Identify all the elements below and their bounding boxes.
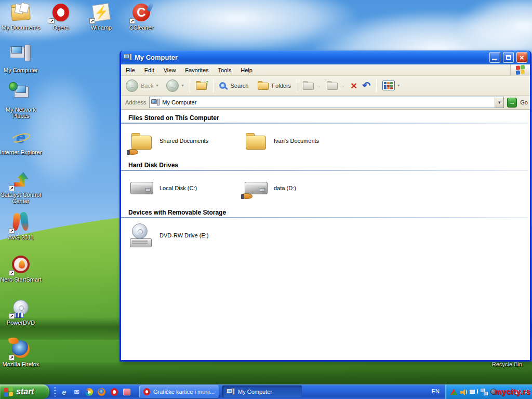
- quick-launch-app[interactable]: [122, 388, 131, 396]
- shortcut-arrow-icon: ↗: [89, 18, 95, 24]
- forward-arrow-icon: →: [166, 79, 179, 92]
- my-computer-icon: [151, 99, 159, 107]
- address-label: Address: [125, 99, 146, 105]
- desktop-icon-label: Winamp: [91, 24, 112, 31]
- folder-content-view: Files Stored on This Computer Shared Doc…: [121, 110, 530, 360]
- my-computer-icon: [227, 388, 235, 396]
- maximize-button[interactable]: [503, 52, 514, 63]
- desktop-icon-label: PowerDVD: [7, 320, 35, 326]
- taskbar-task-opera[interactable]: Grafičke kartice i moni...: [139, 385, 219, 398]
- item-local-disk-c[interactable]: Local Disk (C:): [121, 176, 235, 200]
- quick-launch: e ✉: [54, 384, 131, 399]
- item-data-d[interactable]: data (D:): [235, 176, 350, 200]
- taskbar-task-my-computer[interactable]: My Computer: [222, 385, 302, 398]
- views-button[interactable]: ▾: [381, 79, 401, 91]
- undo-button[interactable]: ↶: [361, 79, 372, 91]
- section-hard-disks: Hard Disk Drives Local Disk (C:) data (D…: [121, 162, 530, 206]
- winamp-icon: ⚡ ↗: [90, 2, 112, 23]
- back-button[interactable]: ← Back ▾: [124, 78, 159, 93]
- desktop-icon-nero-startsmart[interactable]: ↗ Nero StartSmart: [0, 254, 45, 283]
- shared-folder-icon: [130, 129, 154, 153]
- quick-launch-firefox[interactable]: [97, 388, 106, 396]
- desktop-icon-recycle-bin[interactable]: Recycle Bin: [483, 361, 531, 367]
- undo-icon: ↶: [362, 81, 370, 90]
- desktop-icon-internet-explorer[interactable]: e Internet Explorer: [0, 127, 45, 155]
- desktop-icon-my-computer[interactable]: My Computer: [0, 45, 45, 73]
- minimize-button[interactable]: [489, 52, 500, 63]
- desktop-icon-avg-2011[interactable]: ↗ AVG 2011: [0, 212, 45, 241]
- shortcut-arrow-icon: ↗: [129, 18, 135, 24]
- toolbar-separator: [190, 79, 190, 92]
- back-arrow-icon: ←: [126, 79, 138, 92]
- shortcut-arrow-icon: ↗: [9, 270, 15, 276]
- desktop: My Documents ↗ Opera ⚡ ↗ Winamp C ↗ CCle…: [0, 0, 532, 399]
- dvd-drive-icon: [130, 223, 154, 247]
- menu-favorites[interactable]: Favorites: [180, 65, 213, 75]
- desktop-icon-label: CCleaner: [129, 24, 153, 31]
- desktop-icon-label: Catalyst Control Center: [0, 192, 44, 204]
- section-header: Devices with Removable Storage: [128, 209, 530, 216]
- copy-to-button[interactable]: →: [325, 80, 347, 91]
- move-to-button[interactable]: →: [301, 80, 323, 91]
- search-button[interactable]: Search: [218, 81, 250, 90]
- folders-button[interactable]: Folders: [256, 80, 292, 91]
- views-dropdown-icon: ▾: [397, 83, 400, 88]
- item-ivans-documents[interactable]: Ivan's Documents: [235, 129, 350, 153]
- start-button[interactable]: start: [0, 384, 49, 399]
- quick-launch-ie[interactable]: e: [60, 388, 69, 396]
- item-shared-documents[interactable]: Shared Documents: [121, 129, 235, 153]
- go-label: Go: [520, 99, 528, 105]
- language-indicator[interactable]: EN: [432, 388, 440, 394]
- shortcut-arrow-icon: ↗: [49, 18, 55, 24]
- desktop-icon-label: My Documents: [2, 24, 39, 31]
- address-dropdown-button[interactable]: ▾: [495, 97, 503, 108]
- copy-to-icon: [327, 81, 338, 90]
- address-value: My Computer: [162, 99, 492, 105]
- quick-launch-media-player[interactable]: [85, 388, 94, 396]
- delete-button[interactable]: ×: [349, 79, 358, 92]
- go-button[interactable]: →: [507, 98, 517, 108]
- quick-launch-mail[interactable]: ✉: [72, 388, 81, 396]
- shortcut-arrow-icon: ↗: [9, 185, 15, 191]
- menu-view[interactable]: View: [159, 65, 181, 75]
- forward-dropdown-icon: ▾: [181, 83, 183, 88]
- section-removable-storage: Devices with Removable Storage DVD-RW Dr…: [121, 209, 530, 254]
- desktop-icon-powerdvd[interactable]: ↗ PowerDVD: [0, 297, 45, 326]
- section-header: Hard Disk Drives: [128, 162, 530, 169]
- up-button[interactable]: ↑: [194, 80, 209, 91]
- menu-tools[interactable]: Tools: [214, 65, 236, 75]
- desktop-icon-my-network-places[interactable]: My Network Places: [0, 84, 45, 119]
- menu-help[interactable]: Help: [236, 65, 257, 75]
- opera-icon: [143, 388, 150, 395]
- views-icon: [382, 81, 395, 90]
- forward-button[interactable]: → ▾: [165, 78, 185, 93]
- desktop-icon-label: Mozilla Firefox: [3, 361, 39, 367]
- desktop-icon-label: Internet Explorer: [0, 149, 42, 155]
- address-combo[interactable]: My Computer ▾: [149, 97, 504, 108]
- folders-icon: [258, 81, 269, 90]
- menu-edit[interactable]: Edit: [140, 65, 159, 75]
- desktop-icon-catalyst-control-center[interactable]: ↗ Catalyst Control Center: [0, 169, 45, 204]
- quick-launch-opera[interactable]: [110, 388, 118, 396]
- my-documents-icon: [10, 2, 32, 23]
- ati-tray-icon[interactable]: [450, 389, 457, 395]
- my-computer-icon: [124, 54, 132, 61]
- taskbar: start e ✉ Grafičke kartice i moni... My …: [0, 384, 532, 399]
- menu-file[interactable]: File: [121, 65, 140, 75]
- shared-hard-disk-icon: [244, 176, 268, 200]
- quick-launch-handle[interactable]: [54, 387, 56, 397]
- wireless-network-icon[interactable]: [470, 389, 478, 395]
- item-dvd-rw-drive-e[interactable]: DVD-RW Drive (E:): [121, 223, 235, 247]
- desktop-icon-ccleaner[interactable]: C ↗ CCleaner: [117, 2, 165, 31]
- shortcut-arrow-icon: ↗: [9, 228, 15, 234]
- network-connection-icon[interactable]: [481, 389, 488, 395]
- close-button[interactable]: ×: [516, 52, 527, 63]
- shortcut-arrow-icon: ↗: [9, 355, 15, 361]
- desktop-icon-label: AVG 2011: [8, 234, 33, 241]
- section-files-stored: Files Stored on This Computer Shared Doc…: [121, 114, 530, 159]
- shortcut-arrow-icon: ↗: [9, 313, 15, 319]
- title-bar[interactable]: My Computer ×: [121, 50, 530, 64]
- desktop-icon-mozilla-firefox[interactable]: ↗ Mozilla Firefox: [0, 339, 45, 367]
- firefox-icon: ↗: [10, 339, 32, 360]
- volume-icon[interactable]: [460, 389, 467, 395]
